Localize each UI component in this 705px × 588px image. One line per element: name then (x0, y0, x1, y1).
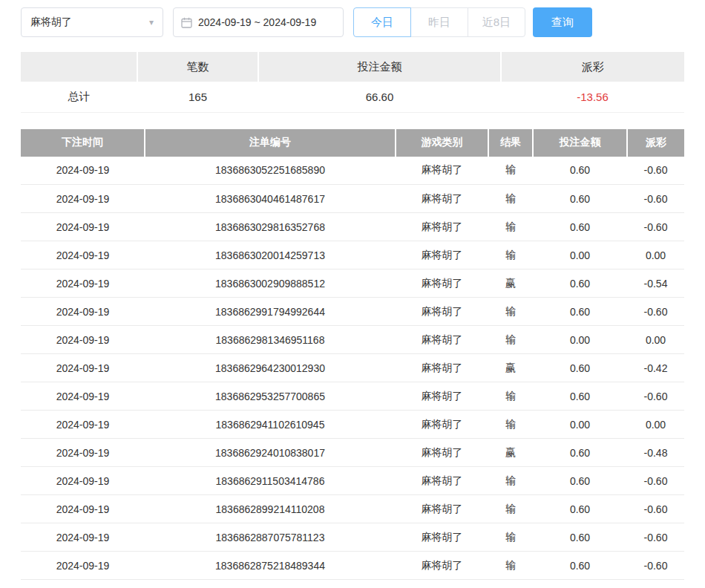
cell-game: 麻将胡了 (396, 326, 488, 354)
table-row: 2024-09-191836862941102610945麻将胡了输0.000.… (21, 411, 684, 439)
cell-payout: -0.60 (627, 382, 684, 411)
cell-time: 2024-09-19 (21, 157, 145, 185)
cell-payout: -0.60 (627, 552, 684, 580)
table-row: 2024-09-191836862863570895872麻将胡了输0.60-0… (21, 580, 684, 588)
table-row: 2024-09-191836863002909888512麻将胡了赢0.60-0… (21, 270, 684, 298)
cell-amount: 0.60 (533, 157, 627, 185)
cell-game: 麻将胡了 (396, 411, 488, 439)
bet-table-body: 2024-09-191836863052251685890麻将胡了输0.60-0… (21, 157, 684, 588)
cell-payout: -0.48 (627, 439, 684, 467)
date-range-value: 2024-09-19 ~ 2024-09-19 (198, 16, 316, 28)
cell-id: 1836862924010838017 (145, 439, 396, 467)
cell-time: 2024-09-19 (21, 354, 145, 382)
summary-header-payout: 派彩 (501, 52, 684, 82)
cell-id: 1836862899214110208 (145, 495, 396, 523)
cell-payout: 0.00 (627, 241, 684, 270)
cell-amount: 0.60 (533, 354, 627, 382)
cell-id: 1836862964230012930 (145, 354, 396, 382)
yesterday-button[interactable]: 昨日 (410, 7, 468, 37)
cell-amount: 0.60 (533, 382, 627, 411)
cell-result: 输 (488, 523, 533, 552)
summary-total-count: 165 (137, 82, 258, 112)
table-row: 2024-09-191836862875218489344麻将胡了输0.60-0… (21, 552, 684, 580)
cell-game: 麻将胡了 (396, 213, 488, 241)
summary-header-blank (21, 52, 137, 82)
game-select[interactable]: 麻将胡了 ▾ (21, 7, 163, 37)
cell-id: 1836863029816352768 (145, 213, 396, 241)
cell-time: 2024-09-19 (21, 298, 145, 326)
calendar-icon (181, 17, 192, 28)
cell-amount: 0.60 (533, 439, 627, 467)
cell-time: 2024-09-19 (21, 241, 145, 270)
cell-result: 输 (488, 580, 533, 588)
cell-result: 赢 (488, 354, 533, 382)
cell-id: 1836862941102610945 (145, 411, 396, 439)
summary-header-bet-amount: 投注金额 (258, 52, 501, 82)
cell-amount: 0.60 (533, 270, 627, 298)
cell-time: 2024-09-19 (21, 439, 145, 467)
cell-payout: -0.60 (627, 157, 684, 185)
last-8-days-button[interactable]: 近8日 (468, 7, 525, 37)
game-select-value: 麻将胡了 (30, 16, 72, 29)
table-row: 2024-09-191836863040461487617麻将胡了输0.60-0… (21, 185, 684, 213)
cell-result: 输 (488, 213, 533, 241)
quick-date-buttons: 今日 昨日 近8日 (353, 7, 525, 37)
cell-time: 2024-09-19 (21, 495, 145, 523)
table-row: 2024-09-191836862911503414786麻将胡了输0.60-0… (21, 467, 684, 495)
cell-result: 输 (488, 495, 533, 523)
bets-header-row: 下注时间 注单编号 游戏类别 结果 投注金额 派彩 (21, 129, 684, 157)
cell-game: 麻将胡了 (396, 523, 488, 552)
cell-result: 输 (488, 382, 533, 411)
summary-total-bet-amount: 66.60 (258, 82, 501, 112)
cell-payout: -0.60 (627, 523, 684, 552)
table-row: 2024-09-191836862964230012930麻将胡了赢0.60-0… (21, 354, 684, 382)
header-bet-id: 注单编号 (145, 129, 396, 157)
cell-time: 2024-09-19 (21, 411, 145, 439)
cell-result: 输 (488, 298, 533, 326)
betting-records-page: 麻将胡了 ▾ 2024-09-19 ~ 2024-09-19 今日 昨日 近8日… (0, 0, 705, 588)
cell-amount: 0.60 (533, 523, 627, 552)
table-row: 2024-09-191836862981346951168麻将胡了输0.000.… (21, 326, 684, 354)
cell-time: 2024-09-19 (21, 580, 145, 588)
header-payout: 派彩 (627, 129, 684, 157)
cell-game: 麻将胡了 (396, 439, 488, 467)
cell-result: 输 (488, 157, 533, 185)
today-button[interactable]: 今日 (353, 7, 411, 37)
query-button[interactable]: 查询 (533, 7, 592, 37)
cell-id: 1836862911503414786 (145, 467, 396, 495)
table-row: 2024-09-191836863020014259713麻将胡了输0.000.… (21, 241, 684, 270)
cell-id: 1836862981346951168 (145, 326, 396, 354)
summary-header-count: 笔数 (137, 52, 258, 82)
cell-amount: 0.00 (533, 241, 627, 270)
cell-game: 麻将胡了 (396, 270, 488, 298)
cell-game: 麻将胡了 (396, 580, 488, 588)
cell-result: 输 (488, 467, 533, 495)
cell-result: 输 (488, 326, 533, 354)
cell-time: 2024-09-19 (21, 552, 145, 580)
cell-payout: -0.60 (627, 467, 684, 495)
cell-id: 1836862875218489344 (145, 552, 396, 580)
cell-amount: 0.00 (533, 326, 627, 354)
cell-time: 2024-09-19 (21, 467, 145, 495)
table-row: 2024-09-191836862899214110208麻将胡了输0.60-0… (21, 495, 684, 523)
header-result: 结果 (488, 129, 533, 157)
cell-amount: 0.60 (533, 298, 627, 326)
cell-result: 输 (488, 185, 533, 213)
cell-game: 麻将胡了 (396, 241, 488, 270)
date-range-input[interactable]: 2024-09-19 ~ 2024-09-19 (173, 7, 344, 37)
cell-time: 2024-09-19 (21, 326, 145, 354)
cell-payout: -0.60 (627, 495, 684, 523)
cell-payout: -0.60 (627, 213, 684, 241)
cell-payout: -0.60 (627, 580, 684, 588)
cell-game: 麻将胡了 (396, 298, 488, 326)
bets-table: 下注时间 注单编号 游戏类别 结果 投注金额 派彩 2024-09-191836… (21, 129, 684, 588)
cell-amount: 0.60 (533, 185, 627, 213)
cell-game: 麻将胡了 (396, 495, 488, 523)
summary-table: 笔数 投注金额 派彩 总计 165 66.60 -13.56 (21, 52, 684, 113)
cell-id: 1836862887075781123 (145, 523, 396, 552)
cell-result: 输 (488, 241, 533, 270)
summary-total-payout: -13.56 (501, 82, 684, 112)
cell-time: 2024-09-19 (21, 213, 145, 241)
cell-payout: 0.00 (627, 326, 684, 354)
cell-game: 麻将胡了 (396, 354, 488, 382)
